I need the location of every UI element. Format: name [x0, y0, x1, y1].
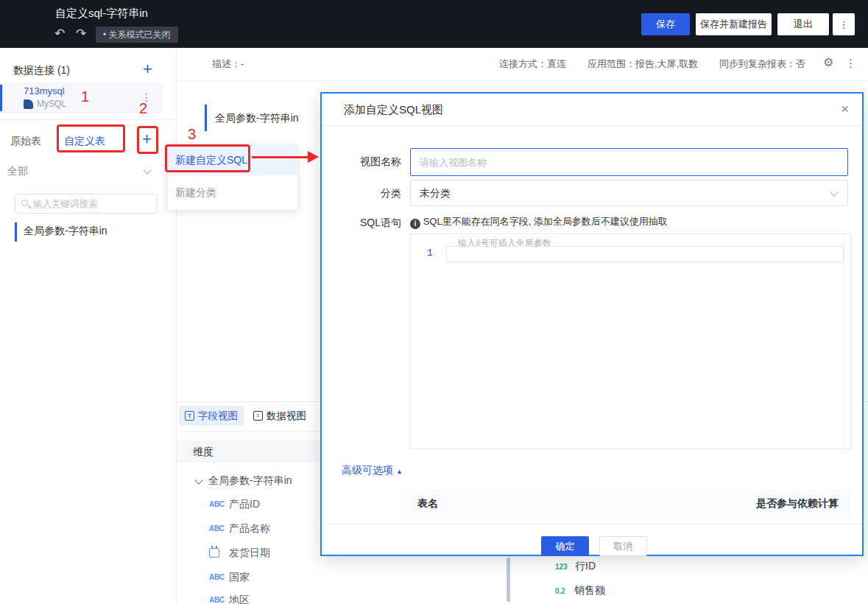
view-name-field: [410, 148, 848, 176]
document-title: 自定义sql-字符串in: [55, 7, 148, 21]
relation-mode-badge: • 关系模式已关闭: [96, 27, 178, 43]
table-list-item[interactable]: 全局参数-字符串in: [0, 220, 177, 244]
dimension-item[interactable]: 发货日期: [229, 547, 270, 560]
selected-indicator-bar: [15, 222, 17, 242]
tab-custom-tables[interactable]: 自定义表: [64, 135, 105, 148]
chevron-down-icon: [830, 188, 838, 196]
top-bar: 自定义sql-字符串in ↶ ↷ • 关系模式已关闭 保存 保存并新建报告 退出…: [0, 0, 868, 48]
table-item-label: 全局参数-字符串in: [24, 225, 107, 238]
description-text: 描述：-: [212, 57, 244, 71]
category-filter-select[interactable]: 全部: [7, 165, 28, 178]
header-more-icon[interactable]: ⋮: [845, 57, 856, 70]
scope-text: 应用范围：报告,大屏,取数: [588, 57, 698, 71]
tables-header-row: 表名 是否参与依赖计算: [401, 488, 850, 518]
advanced-options-label: 高级可选项: [342, 464, 393, 476]
text-field-icon: ABC: [209, 524, 225, 533]
column-dependency: 是否参与依赖计算: [756, 497, 839, 510]
tab-field-view-label: 字段视图: [198, 410, 238, 423]
active-line-box[interactable]: [446, 246, 844, 262]
dimension-header-label: 维度: [193, 446, 214, 459]
menu-item-new-category[interactable]: 新建分类: [168, 175, 297, 210]
tree-collapse-icon[interactable]: [194, 476, 202, 484]
annotation-arrow: [252, 156, 308, 158]
line-number: 1: [427, 247, 433, 259]
tab-raw-tables[interactable]: 原始表: [10, 135, 41, 148]
view-name-label: 视图名称: [322, 155, 401, 169]
connection-name: 713mysql: [24, 85, 65, 96]
connection-type: MySQL: [37, 99, 66, 109]
calendar-field-icon: [209, 548, 219, 558]
add-connection-icon[interactable]: +: [143, 61, 152, 77]
main-tab[interactable]: 全局参数-字符串in: [215, 112, 299, 125]
tab-data-view[interactable]: ≡ 数据视图: [247, 406, 312, 426]
dialog-header: 添加自定义SQL视图 ×: [322, 94, 862, 126]
sql-code-editor[interactable]: 输入#号可插入全局参数 1: [410, 233, 852, 449]
connections-section-title: 数据连接 (1): [13, 64, 70, 77]
save-and-new-report-button[interactable]: 保存并新建报告: [696, 13, 772, 35]
column-table-name: 表名: [417, 497, 438, 510]
category-value: 未分类: [420, 187, 451, 200]
add-custom-sql-view-dialog: 添加自定义SQL视图 × 视图名称 分类 未分类 SQL语句 i SQL里不能存…: [320, 92, 864, 556]
text-field-icon: ABC: [209, 500, 225, 508]
tree-group-label[interactable]: 全局参数-字符串in: [208, 474, 292, 488]
dimension-item[interactable]: 产品名称: [229, 522, 270, 535]
annotation-arrow-head: [308, 151, 319, 163]
add-table-context-menu: 新建自定义SQL 新建分类: [168, 145, 297, 210]
measure-item[interactable]: 销售额: [574, 584, 605, 597]
data-view-icon: ≡: [253, 411, 263, 421]
category-label: 分类: [322, 187, 401, 200]
sql-label: SQL语句: [322, 217, 401, 230]
annotation-number-1: 1: [81, 88, 89, 105]
category-select[interactable]: 未分类: [410, 180, 848, 206]
annotation-number-2: 2: [139, 100, 147, 117]
number-field-icon: 123: [555, 563, 568, 571]
sql-hint: i SQL里不能存在同名字段, 添加全局参数后不建议使用抽取: [410, 215, 668, 229]
menu-item-new-custom-sql[interactable]: 新建自定义SQL: [168, 145, 297, 175]
mysql-logo-icon: [24, 99, 33, 109]
tab-data-view-label: 数据视图: [267, 410, 306, 423]
exit-button[interactable]: 退出: [777, 13, 829, 35]
main-tab-indicator: [205, 105, 207, 131]
sync-report-text: 同步到复杂报表：否: [719, 57, 805, 71]
selected-indicator-bar: [0, 85, 2, 111]
connect-mode-text: 连接方式：直连: [499, 57, 566, 71]
chevron-down-icon[interactable]: [143, 166, 151, 174]
dimension-item[interactable]: 地区: [229, 594, 250, 604]
search-icon: [21, 200, 28, 206]
dialog-title: 添加自定义SQL视图: [344, 103, 443, 117]
add-custom-table-icon[interactable]: +: [142, 131, 152, 147]
advanced-options-link[interactable]: 高级可选项 ▲: [342, 464, 403, 477]
undo-icon[interactable]: ↶: [52, 26, 68, 42]
app-root: 自定义sql-字符串in ↶ ↷ • 关系模式已关闭 保存 保存并新建报告 退出…: [0, 0, 868, 604]
table-search: [15, 194, 158, 214]
text-field-icon: ABC: [209, 573, 225, 581]
header-divider: [177, 80, 868, 81]
editor-scroll-gutter: [844, 234, 844, 449]
text-field-icon: ABC: [209, 596, 225, 604]
sql-hint-text: SQL里不能存在同名字段, 添加全局参数后不建议使用抽取: [423, 216, 668, 227]
measure-item[interactable]: 行ID: [575, 560, 596, 573]
dimension-item[interactable]: 产品ID: [229, 498, 260, 511]
field-view-icon: T: [185, 411, 194, 421]
info-icon: i: [410, 219, 420, 229]
view-name-input[interactable]: [411, 149, 847, 175]
caret-up-icon: ▲: [396, 468, 403, 475]
sidebar-divider: [0, 119, 177, 120]
redo-icon[interactable]: ↷: [73, 26, 89, 42]
scrollbar-thumb[interactable]: [507, 558, 510, 602]
data-connection-sidebar: 数据连接 (1) + 713mysql MySQL ⋮ 原始表 自定义表 + 全…: [0, 48, 177, 604]
tab-field-view[interactable]: T 字段视图: [179, 406, 244, 426]
save-button[interactable]: 保存: [641, 13, 690, 35]
close-icon[interactable]: ×: [841, 101, 849, 117]
confirm-button[interactable]: 确定: [541, 536, 589, 556]
dialog-footer-divider: [322, 524, 862, 524]
decimal-field-icon: 0.2: [555, 587, 565, 595]
search-input[interactable]: [33, 195, 155, 212]
cancel-button[interactable]: 取消: [599, 536, 647, 556]
more-menu-button[interactable]: ⋮: [833, 13, 855, 35]
dimension-item[interactable]: 国家: [229, 571, 250, 584]
annotation-number-3: 3: [188, 126, 196, 143]
gear-icon[interactable]: ⚙: [823, 55, 833, 69]
